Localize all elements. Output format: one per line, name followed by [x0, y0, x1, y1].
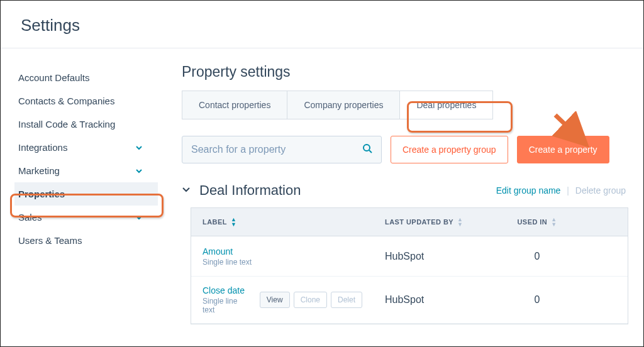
property-type: Single line text	[203, 258, 252, 267]
cell-used-in: 0	[493, 242, 581, 271]
sidebar-item-account-defaults[interactable]: Account Defaults	[14, 66, 158, 89]
cell-used-in: 0	[493, 285, 581, 314]
group-header: Deal Information Edit group name | Delet…	[182, 182, 628, 199]
tab-contact-properties[interactable]: Contact properties	[182, 91, 287, 119]
sidebar-item-label: Install Code & Tracking	[18, 119, 115, 129]
create-property-button[interactable]: Create a property	[517, 136, 609, 163]
svg-line-1	[369, 150, 372, 153]
cell-updated-by: HubSpot	[374, 285, 493, 314]
sidebar-item-users-teams[interactable]: Users & Teams	[14, 229, 158, 252]
property-tabs: Contact properties Company properties De…	[182, 91, 493, 119]
property-type: Single line text	[203, 297, 251, 314]
sidebar-item-sales[interactable]: Sales	[14, 206, 158, 229]
tab-label: Deal properties	[416, 100, 476, 110]
view-button[interactable]: View	[260, 292, 290, 308]
sidebar-item-label: Integrations	[18, 142, 67, 153]
action-row: Create a property group Create a propert…	[182, 136, 628, 163]
sidebar-item-label: Contacts & Companies	[18, 96, 114, 106]
sidebar-item-properties[interactable]: Properties	[14, 182, 158, 206]
group-actions: Edit group name | Delete group	[496, 185, 626, 196]
col-label-text: USED IN	[517, 218, 547, 226]
col-used-in[interactable]: USED IN ▲▼	[493, 208, 581, 236]
tab-label: Contact properties	[199, 100, 270, 110]
sidebar-item-integrations[interactable]: Integrations	[14, 136, 158, 159]
delete-button[interactable]: Delet	[331, 292, 362, 308]
chevron-down-icon[interactable]	[182, 185, 191, 196]
chevron-down-icon	[135, 167, 143, 175]
tab-company-properties[interactable]: Company properties	[287, 91, 400, 119]
sidebar-item-label: Users & Teams	[18, 235, 82, 246]
sidebar-item-install-code-tracking[interactable]: Install Code & Tracking	[14, 113, 158, 136]
sidebar-item-marketing[interactable]: Marketing	[14, 159, 158, 182]
col-label-text: LAST UPDATED BY	[385, 218, 453, 226]
button-label: Create a property	[529, 145, 597, 155]
tab-label: Company properties	[304, 100, 383, 110]
cell-updated-by: HubSpot	[374, 242, 493, 271]
sort-icon: ▲▼	[231, 217, 236, 227]
sidebar-item-label: Account Defaults	[18, 72, 89, 83]
page-header: Settings	[1, 1, 643, 48]
properties-table: LABEL ▲▼ LAST UPDATED BY ▲▼ USED IN ▲▼ A…	[191, 207, 628, 324]
tab-deal-properties[interactable]: Deal properties	[400, 91, 493, 119]
table-row[interactable]: Amount Single line text HubSpot 0	[191, 236, 628, 277]
settings-sidebar: Account Defaults Contacts & Companies In…	[1, 48, 158, 324]
button-label: Create a property group	[402, 145, 496, 155]
table-header: LABEL ▲▼ LAST UPDATED BY ▲▼ USED IN ▲▼	[191, 208, 628, 236]
create-property-group-button[interactable]: Create a property group	[391, 136, 508, 163]
col-label[interactable]: LABEL ▲▼	[191, 208, 374, 236]
sidebar-item-label: Properties	[18, 189, 65, 199]
divider: |	[567, 185, 569, 196]
group-title: Deal Information	[199, 182, 301, 199]
property-name-link[interactable]: Close date	[203, 285, 251, 295]
sort-icon: ▲▼	[457, 217, 463, 227]
section-heading: Property settings	[182, 63, 628, 80]
chevron-down-icon	[135, 214, 143, 221]
property-name-link[interactable]: Amount	[203, 246, 233, 256]
search-icon	[362, 143, 372, 156]
svg-point-0	[364, 145, 370, 151]
delete-group-link: Delete group	[575, 185, 626, 196]
sidebar-item-contacts-companies[interactable]: Contacts & Companies	[14, 89, 158, 113]
chevron-down-icon	[135, 144, 143, 151]
search-box[interactable]	[182, 136, 382, 163]
edit-group-name-link[interactable]: Edit group name	[496, 185, 561, 196]
col-label-text: LABEL	[203, 218, 227, 226]
sidebar-item-label: Marketing	[18, 165, 60, 176]
search-input[interactable]	[191, 144, 362, 155]
sidebar-item-label: Sales	[18, 212, 42, 223]
main-content: Property settings Contact properties Com…	[158, 48, 643, 324]
col-updated-by[interactable]: LAST UPDATED BY ▲▼	[374, 208, 493, 236]
row-actions: View Clone Delet	[260, 292, 362, 308]
table-row[interactable]: Close date Single line text View Clone D…	[191, 277, 628, 324]
clone-button[interactable]: Clone	[294, 292, 327, 308]
page-title: Settings	[21, 16, 623, 35]
sort-icon: ▲▼	[551, 217, 557, 227]
